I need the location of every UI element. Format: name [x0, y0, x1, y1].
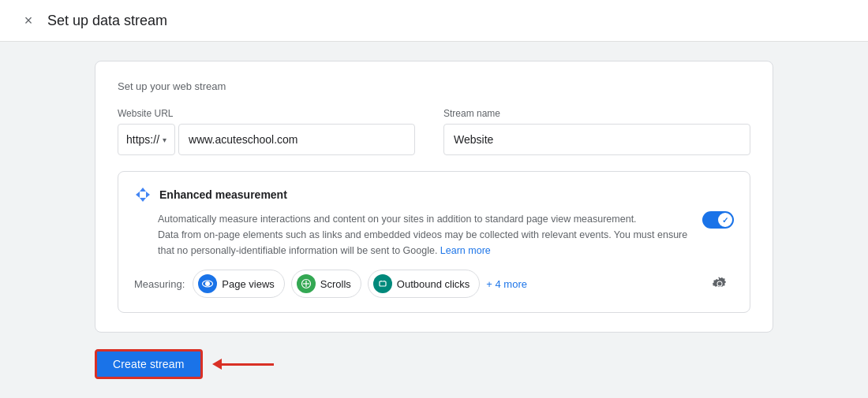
create-stream-button[interactable]: Create stream [95, 349, 203, 379]
arrow-line [219, 363, 274, 366]
chip-scrolls[interactable]: Scrolls [291, 270, 361, 298]
protocol-select[interactable]: https:// ▾ [118, 124, 175, 155]
card-title: Set up your web stream [118, 80, 750, 92]
stream-name-group: Stream name [443, 108, 750, 155]
enhanced-header: Enhanced measurement [134, 186, 734, 203]
website-url-group: Website URL https:// ▾ [118, 108, 425, 155]
enhanced-toggle[interactable]: ✓ [702, 211, 734, 229]
website-url-label: Website URL [118, 108, 425, 119]
measuring-row: Measuring: Page views [134, 270, 734, 298]
enhanced-title: Enhanced measurement [159, 188, 287, 201]
close-icon[interactable]: × [19, 11, 38, 30]
svg-rect-5 [380, 281, 386, 286]
chip-page-views[interactable]: Page views [193, 270, 284, 298]
protocol-value: https:// [126, 133, 159, 146]
chip-page-views-label: Page views [222, 278, 274, 290]
more-chips-label[interactable]: + 4 more [486, 278, 527, 290]
form-row: Website URL https:// ▾ Stream name [118, 108, 750, 155]
page-title: Set up data stream [47, 13, 167, 29]
arrow-annotation [219, 363, 274, 366]
stream-name-label: Stream name [443, 108, 750, 119]
svg-point-0 [205, 281, 210, 286]
chip-outbound-clicks[interactable]: Outbound clicks [368, 270, 481, 298]
chevron-down-icon: ▾ [163, 136, 166, 144]
url-input-row: https:// ▾ [118, 124, 425, 155]
scrolls-icon [297, 274, 316, 293]
chip-outbound-clicks-label: Outbound clicks [397, 278, 470, 290]
footer-actions: Create stream [0, 349, 868, 398]
settings-icon-button[interactable] [705, 270, 734, 298]
chip-scrolls-label: Scrolls [320, 278, 351, 290]
enhanced-description: Automatically measure interactions and c… [158, 211, 690, 259]
enhanced-section: Enhanced measurement Automatically measu… [118, 171, 750, 313]
page-views-icon [198, 274, 217, 293]
enhanced-desc-row: Automatically measure interactions and c… [158, 211, 734, 259]
setup-card: Set up your web stream Website URL https… [95, 61, 773, 333]
measuring-label: Measuring: [134, 278, 185, 290]
outbound-clicks-icon [373, 274, 392, 293]
stream-name-input[interactable] [443, 124, 750, 155]
enhanced-measurement-icon [134, 186, 152, 203]
page-content: Set up your web stream Website URL https… [0, 42, 868, 349]
toggle-check-icon: ✓ [722, 216, 728, 225]
learn-more-link[interactable]: Learn more [440, 245, 491, 256]
domain-input[interactable] [178, 124, 415, 155]
page-header: × Set up data stream [0, 0, 868, 42]
toggle-knob: ✓ [718, 213, 732, 227]
measuring-chips: Page views Scrolls [193, 270, 527, 298]
